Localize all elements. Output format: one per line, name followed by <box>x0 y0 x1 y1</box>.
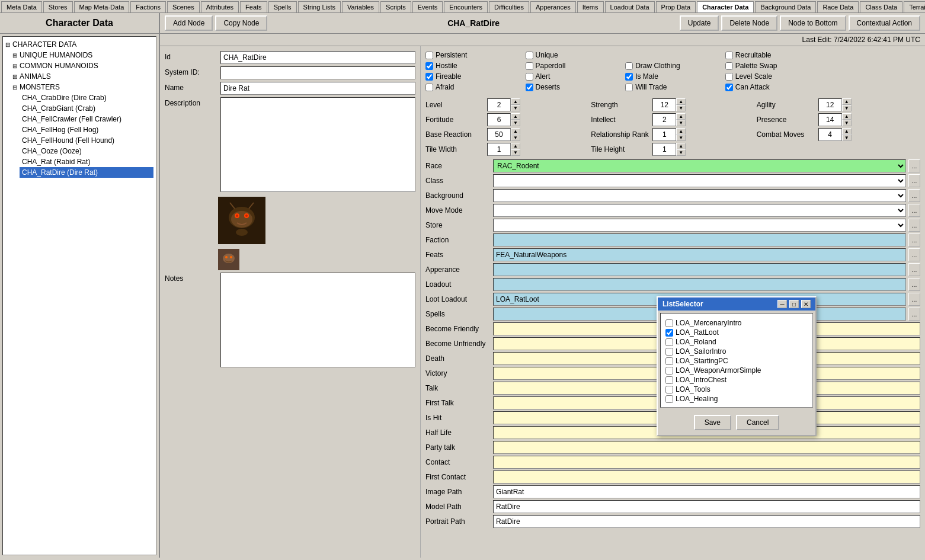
tree-group-unique-humanoids[interactable]: ⊞ UNIQUE HUMANOIDS <box>12 50 153 60</box>
copy-node-button[interactable]: Copy Node <box>215 15 267 31</box>
dialog-checkbox-2[interactable] <box>665 338 673 346</box>
race-select[interactable]: RAC_Rodent <box>493 159 906 172</box>
recruitable-checkbox[interactable] <box>725 52 733 59</box>
intellect-up-arrow[interactable]: ▲ <box>676 113 686 120</box>
alert-checkbox[interactable] <box>526 73 533 81</box>
dialog-checkbox-0[interactable] <box>665 319 673 327</box>
contextual-action-button[interactable]: Contextual Action <box>849 15 920 31</box>
tree-item-fell-crawler[interactable]: CHA_FellCrawler (Fell Crawler) <box>20 114 153 124</box>
presence-input[interactable] <box>818 113 842 126</box>
intellect-down-arrow[interactable]: ▼ <box>676 120 686 126</box>
tab-stores[interactable]: Stores <box>43 1 73 12</box>
tile-height-input[interactable] <box>652 143 676 156</box>
move-mode-btn[interactable]: ... <box>908 204 920 217</box>
fortitude-up-arrow[interactable]: ▲ <box>511 113 520 120</box>
dialog-checkbox-4[interactable] <box>665 357 673 365</box>
can-attack-checkbox[interactable] <box>725 84 733 91</box>
dialog-maximize-btn[interactable]: □ <box>789 300 799 308</box>
notes-textarea[interactable] <box>220 273 415 367</box>
relationship-rank-up[interactable]: ▲ <box>676 128 686 135</box>
dialog-checkbox-1[interactable] <box>665 329 673 337</box>
tab-scenes[interactable]: Scenes <box>167 1 200 12</box>
name-input[interactable] <box>220 82 415 95</box>
tree-item-fell-hog[interactable]: CHA_FellHog (Fell Hog) <box>20 124 153 135</box>
tab-meta-data[interactable]: Meta Data <box>1 1 42 12</box>
presence-up-arrow[interactable]: ▲ <box>842 113 852 120</box>
level-scale-checkbox[interactable] <box>725 73 733 81</box>
spells-btn[interactable]: ... <box>908 308 920 321</box>
agility-up-arrow[interactable]: ▲ <box>842 98 852 105</box>
tile-height-up[interactable]: ▲ <box>676 143 686 149</box>
dialog-cancel-button[interactable]: Cancel <box>736 415 779 430</box>
tab-scripts[interactable]: Scripts <box>380 1 411 12</box>
dialog-minimize-btn[interactable]: ─ <box>777 300 787 308</box>
relationship-rank-input[interactable] <box>652 128 676 141</box>
tab-variables[interactable]: Variables <box>342 1 379 12</box>
dialog-save-button[interactable]: Save <box>694 415 731 430</box>
fortitude-down-arrow[interactable]: ▼ <box>511 120 520 126</box>
tab-terrain-data[interactable]: Terrain Data <box>904 1 925 12</box>
class-btn[interactable]: ... <box>908 174 920 187</box>
tile-width-input[interactable] <box>487 143 511 156</box>
dialog-checkbox-5[interactable] <box>665 367 673 375</box>
loot-loadout-btn[interactable]: ... <box>908 293 920 306</box>
tab-difficulties[interactable]: Difficulties <box>489 1 529 12</box>
tab-apperances[interactable]: Apperances <box>530 1 576 12</box>
persistent-checkbox[interactable] <box>425 52 433 59</box>
background-btn[interactable]: ... <box>908 189 920 202</box>
tab-factions[interactable]: Factions <box>130 1 166 12</box>
base-reaction-down[interactable]: ▼ <box>511 135 520 141</box>
tab-background-data[interactable]: Background Data <box>755 1 816 12</box>
feats-input[interactable] <box>493 248 906 261</box>
tile-width-up[interactable]: ▲ <box>511 143 520 149</box>
hostile-checkbox[interactable] <box>425 62 433 70</box>
tile-height-down[interactable]: ▼ <box>676 149 686 156</box>
store-select[interactable] <box>493 219 906 232</box>
system-id-input[interactable] <box>220 66 415 79</box>
dialog-close-btn[interactable]: ✕ <box>801 300 811 308</box>
loadout-btn[interactable]: ... <box>908 278 920 291</box>
combat-moves-input[interactable] <box>818 128 842 141</box>
image-path-input[interactable] <box>493 485 920 498</box>
store-btn[interactable]: ... <box>908 219 920 232</box>
tab-map-meta-data[interactable]: Map Meta-Data <box>74 1 130 12</box>
tab-race-data[interactable]: Race Data <box>817 1 859 12</box>
tile-width-down[interactable]: ▼ <box>511 149 520 156</box>
description-textarea[interactable] <box>220 97 415 192</box>
combat-moves-down[interactable]: ▼ <box>842 135 852 141</box>
tree-item-dire-rat[interactable]: CHA_RatDire (Dire Rat) <box>20 167 153 178</box>
tree-item-fell-hound[interactable]: CHA_FellHound (Fell Hound) <box>20 135 153 146</box>
fortitude-input[interactable] <box>487 113 511 126</box>
contact-input[interactable] <box>493 456 920 469</box>
afraid-checkbox[interactable] <box>425 84 433 91</box>
tab-events[interactable]: Events <box>412 1 443 12</box>
base-reaction-input[interactable] <box>487 128 511 141</box>
tree-item-crab-dire[interactable]: CHA_CrabDire (Dire Crab) <box>20 92 153 103</box>
add-node-button[interactable]: Add Node <box>165 15 213 31</box>
level-up-arrow[interactable]: ▲ <box>511 98 520 105</box>
presence-down-arrow[interactable]: ▼ <box>842 120 852 126</box>
relationship-rank-down[interactable]: ▼ <box>676 135 686 141</box>
dialog-checkbox-6[interactable] <box>665 376 673 384</box>
move-mode-select[interactable] <box>493 204 906 217</box>
tab-character-data[interactable]: Character Data <box>697 1 754 12</box>
apperance-input[interactable] <box>493 263 906 276</box>
tab-encounters[interactable]: Encounters <box>444 1 488 12</box>
tab-string-lists[interactable]: String Lists <box>298 1 341 12</box>
class-select[interactable] <box>493 174 906 187</box>
level-input[interactable] <box>487 98 511 111</box>
tree-group-animals[interactable]: ⊞ ANIMALS <box>12 71 153 82</box>
is-male-checkbox[interactable] <box>625 73 633 81</box>
dialog-checkbox-8[interactable] <box>665 395 673 403</box>
agility-input[interactable] <box>818 98 842 111</box>
tab-loadout-data[interactable]: Loadout Data <box>605 1 655 12</box>
tab-feats[interactable]: Feats <box>240 1 267 12</box>
node-to-bottom-button[interactable]: Node to Bottom <box>780 15 846 31</box>
tree-item-ooze[interactable]: CHA_Ooze (Ooze) <box>20 146 153 156</box>
first-contact-input[interactable] <box>493 471 920 484</box>
dialog-checkbox-7[interactable] <box>665 386 673 393</box>
tree-item-rabid-rat[interactable]: CHA_Rat (Rabid Rat) <box>20 156 153 167</box>
background-select[interactable] <box>493 189 906 202</box>
tree-group-monsters[interactable]: ⊟ MONSTERS <box>12 82 153 92</box>
agility-down-arrow[interactable]: ▼ <box>842 105 852 111</box>
